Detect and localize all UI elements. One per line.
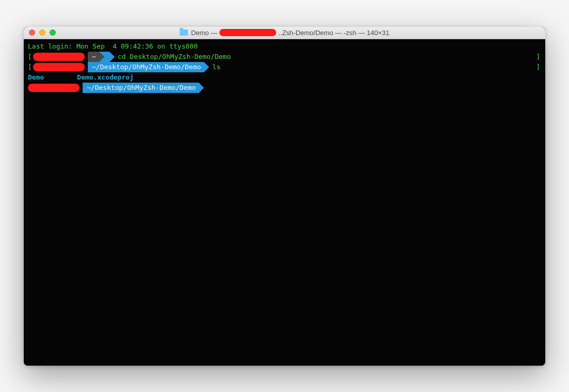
path-segment-3: ~/Desktop/OhMyZsh-Demo/Demo	[83, 83, 199, 93]
bracket-open: [	[28, 52, 33, 62]
close-icon[interactable]	[29, 29, 35, 36]
last-login-text: Last login: Mon Sep 4 09:42:36 on ttys00…	[28, 41, 198, 52]
title-prefix: Demo —	[191, 29, 217, 37]
window-title: Demo — ..Zsh-Demo/Demo — -zsh — 140×31	[180, 29, 389, 37]
command-1: cd Desktop/OhMyZsh-Demo/Demo	[118, 52, 231, 62]
prompt-line-2: [ ~/Desktop/OhMyZsh-Demo/Demo ls ]	[28, 62, 541, 72]
terminal-window: Demo — ..Zsh-Demo/Demo — -zsh — 140×31 L…	[24, 27, 545, 366]
maximize-icon[interactable]	[50, 29, 56, 36]
titlebar[interactable]: Demo — ..Zsh-Demo/Demo — -zsh — 140×31	[24, 27, 545, 39]
path-segment-2: ~/Desktop/OhMyZsh-Demo/Demo	[88, 62, 204, 72]
folder-icon	[180, 29, 188, 36]
redacted-user-3	[28, 84, 80, 92]
ls-item-xcodeproj: Demo.xcodeproj	[77, 72, 134, 83]
traffic-lights	[24, 29, 56, 36]
home-segment: ~	[88, 52, 99, 62]
minimize-icon[interactable]	[39, 29, 45, 36]
bracket-close-2: ]	[536, 62, 541, 72]
redacted-user-1	[33, 53, 85, 61]
title-suffix: ..Zsh-Demo/Demo — -zsh — 140×31	[278, 29, 389, 37]
terminal-content[interactable]: Last login: Mon Sep 4 09:42:36 on ttys00…	[24, 39, 545, 366]
prompt-line-1: [ ~ cd Desktop/OhMyZsh-Demo/Demo ]	[28, 52, 541, 62]
ls-output-line: Demo Demo.xcodeproj	[28, 72, 541, 83]
ls-item-demo: Demo	[28, 72, 44, 83]
bracket-open-2: [	[28, 62, 33, 72]
bracket-close-1: ]	[536, 52, 541, 62]
login-line: Last login: Mon Sep 4 09:42:36 on ttys00…	[28, 41, 541, 52]
redacted-user-2	[33, 63, 85, 71]
command-2: ls	[212, 62, 220, 72]
prompt-line-3: ~/Desktop/OhMyZsh-Demo/Demo	[28, 83, 541, 93]
redacted-title-segment	[219, 29, 276, 36]
